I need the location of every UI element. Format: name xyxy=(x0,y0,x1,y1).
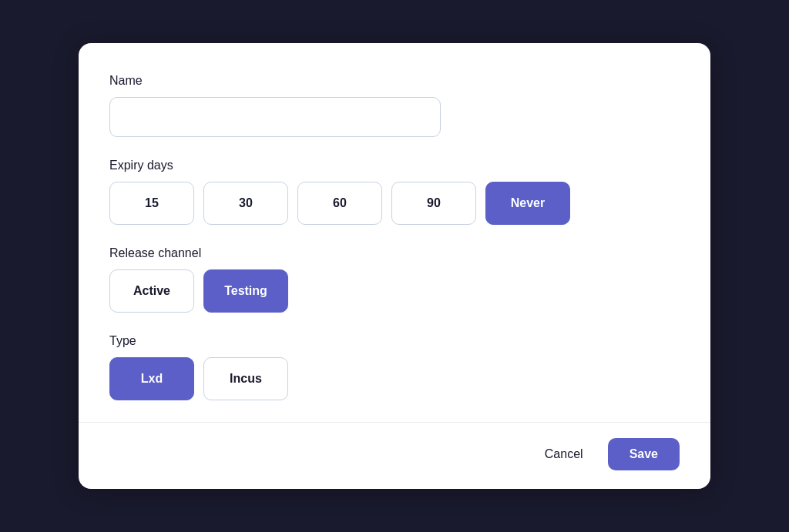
release-channel-options: Active Testing xyxy=(109,269,680,313)
expiry-label: Expiry days xyxy=(109,159,680,172)
name-field-group: Name xyxy=(109,74,680,137)
save-button[interactable]: Save xyxy=(608,438,680,470)
type-field-group: Type Lxd Incus xyxy=(109,334,680,400)
release-channel-label: Release channel xyxy=(109,246,680,260)
release-btn-active[interactable]: Active xyxy=(109,269,194,313)
type-btn-lxd[interactable]: Lxd xyxy=(109,357,194,400)
dialog: Name Expiry days 15 30 60 90 Never Relea… xyxy=(79,43,710,489)
expiry-options: 15 30 60 90 Never xyxy=(109,182,680,225)
cancel-button[interactable]: Cancel xyxy=(532,440,596,469)
type-options: Lxd Incus xyxy=(109,357,680,400)
release-channel-field-group: Release channel Active Testing xyxy=(109,246,680,313)
expiry-btn-30[interactable]: 30 xyxy=(203,182,288,225)
dialog-footer: Cancel Save xyxy=(109,423,680,489)
expiry-btn-90[interactable]: 90 xyxy=(391,182,476,225)
name-input[interactable] xyxy=(109,97,441,137)
name-label: Name xyxy=(109,74,680,88)
expiry-btn-never[interactable]: Never xyxy=(485,182,570,225)
release-btn-testing[interactable]: Testing xyxy=(203,269,288,313)
expiry-field-group: Expiry days 15 30 60 90 Never xyxy=(109,159,680,225)
type-label: Type xyxy=(109,334,680,348)
expiry-btn-60[interactable]: 60 xyxy=(297,182,382,225)
type-btn-incus[interactable]: Incus xyxy=(203,357,288,400)
expiry-btn-15[interactable]: 15 xyxy=(109,182,194,225)
